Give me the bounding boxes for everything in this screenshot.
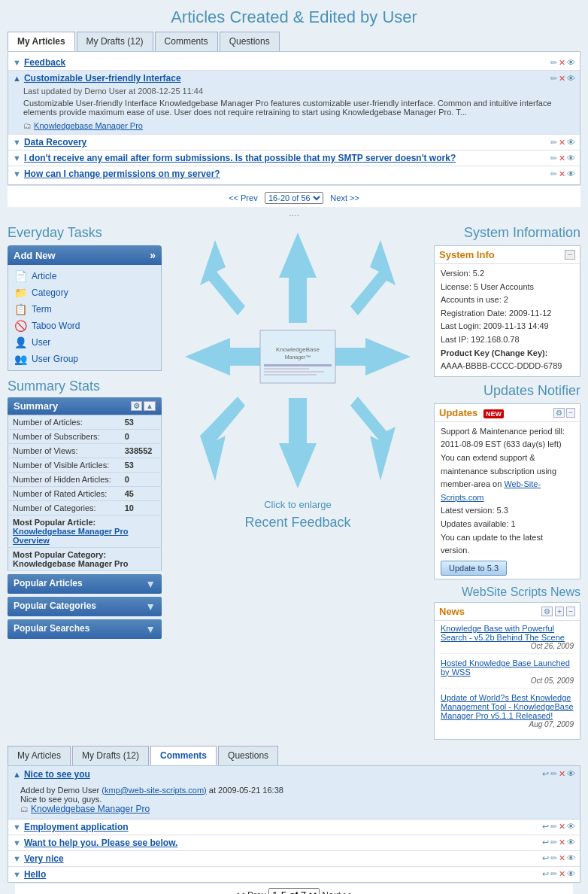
view-icon-2[interactable]: 👁: [567, 74, 575, 84]
delete-icon-4[interactable]: ✕: [559, 154, 565, 163]
expand-icon[interactable]: ▼: [13, 58, 21, 67]
delete-icon-3[interactable]: ✕: [559, 138, 565, 147]
delete-icon-5[interactable]: ✕: [559, 169, 565, 179]
news-settings-icon[interactable]: ⚙: [541, 607, 553, 616]
add-term-item[interactable]: 📋 Term: [8, 301, 161, 318]
tab-my-articles[interactable]: My Articles: [8, 32, 75, 51]
comment-edit-icon-4[interactable]: ✏: [550, 853, 557, 863]
article-link[interactable]: Feedback: [24, 57, 550, 68]
edit-icon-5[interactable]: ✏: [550, 169, 557, 179]
add-category-link[interactable]: Category: [32, 287, 68, 298]
bottom-page-select[interactable]: 1-5 of 7: [268, 888, 320, 894]
comment-delete-icon-1[interactable]: ✕: [559, 769, 565, 779]
comment-email-link-1[interactable]: (kmp@web-site-scripts.com): [102, 786, 207, 795]
bottom-next-link[interactable]: Next >>: [322, 890, 353, 894]
expand-icon-5[interactable]: ▼: [13, 169, 21, 178]
popular-articles-section[interactable]: Popular Articles ▼: [8, 574, 162, 594]
delete-icon[interactable]: ✕: [559, 58, 565, 68]
news-item-title-2[interactable]: Hosted Knowledge Base Launched by WSS: [441, 658, 574, 677]
bottom-tab-questions[interactable]: Questions: [218, 746, 278, 765]
edit-icon-4[interactable]: ✏: [550, 154, 557, 163]
tab-comments[interactable]: Comments: [155, 32, 218, 51]
comment-view-icon-2[interactable]: 👁: [567, 822, 575, 832]
next-link[interactable]: Next >>: [330, 193, 359, 202]
expand-icon-3[interactable]: ▼: [13, 138, 21, 147]
updates-minimize-icon[interactable]: −: [566, 408, 575, 418]
popular-categories-section[interactable]: Popular Categories ▼: [8, 597, 162, 616]
update-button[interactable]: Update to 5.3: [441, 561, 507, 576]
comment-collapse-icon-1[interactable]: ▲: [13, 770, 21, 779]
comment-link-2[interactable]: Employment application: [24, 822, 542, 832]
comment-view-icon-1[interactable]: 👁: [567, 769, 575, 779]
expand-icon-c3[interactable]: ▼: [13, 838, 21, 847]
comment-edit-icon-5[interactable]: ✏: [550, 869, 557, 879]
add-article-item[interactable]: 📄 Article: [8, 268, 161, 284]
news-expand-icon[interactable]: +: [555, 607, 564, 616]
add-usergroup-link[interactable]: User Group: [32, 354, 78, 364]
add-user-link[interactable]: User: [32, 337, 50, 348]
comment-view-icon-4[interactable]: 👁: [567, 853, 575, 863]
add-usergroup-item[interactable]: 👥 User Group: [8, 351, 161, 367]
comment-link-3[interactable]: Want to help you. Please see below.: [24, 838, 542, 848]
article-link-3[interactable]: Data Recovery: [24, 137, 550, 147]
summary-collapse-icon[interactable]: ▲: [144, 401, 156, 411]
prev-link[interactable]: << Prev: [229, 193, 258, 202]
tab-my-drafts[interactable]: My Drafts (12): [77, 32, 153, 51]
expand-icon-c5[interactable]: ▼: [13, 870, 21, 879]
popular-article-link[interactable]: Knowledgebase Manager Pro Overview: [13, 527, 128, 545]
comment-delete-icon-3[interactable]: ✕: [559, 838, 565, 847]
comment-link-1[interactable]: Nice to see you: [24, 769, 542, 780]
add-taboo-item[interactable]: 🚫 Taboo Word: [8, 318, 161, 334]
add-taboo-link[interactable]: Taboo Word: [32, 321, 80, 331]
article-link-expanded[interactable]: Customizable User-friendly Interface: [24, 73, 550, 84]
news-minimize-icon[interactable]: −: [566, 607, 575, 616]
add-term-link[interactable]: Term: [32, 304, 52, 315]
web-site-scripts-link[interactable]: Web-Site-Scripts.com: [441, 479, 541, 502]
delete-icon-2[interactable]: ✕: [559, 74, 565, 84]
comment-delete-icon-5[interactable]: ✕: [559, 869, 565, 879]
add-article-link[interactable]: Article: [32, 271, 56, 281]
edit-icon-3[interactable]: ✏: [550, 138, 557, 147]
comment-reply-icon-1[interactable]: ↩: [542, 769, 549, 779]
comment-reply-icon-5[interactable]: ↩: [542, 869, 549, 879]
article-link-4[interactable]: I don't receive any email after form sub…: [24, 153, 550, 163]
sys-info-minimize-btn[interactable]: −: [565, 250, 575, 260]
updates-settings-icon[interactable]: ⚙: [553, 408, 565, 418]
article-category-link[interactable]: Knowledgebase Manager Pro: [34, 121, 143, 130]
expand-icon-4[interactable]: ▼: [13, 154, 21, 163]
view-icon-4[interactable]: 👁: [567, 154, 575, 163]
comment-view-icon-5[interactable]: 👁: [567, 869, 575, 879]
view-icon-3[interactable]: 👁: [567, 138, 575, 147]
comment-edit-icon-2[interactable]: ✏: [550, 822, 557, 832]
summary-settings-icon[interactable]: ⚙: [131, 401, 142, 411]
comment-reply-icon-4[interactable]: ↩: [542, 853, 549, 863]
click-enlarge[interactable]: Click to enlarge: [264, 499, 332, 510]
popular-searches-section[interactable]: Popular Searches ▼: [8, 619, 162, 639]
comment-view-icon-3[interactable]: 👁: [567, 838, 575, 847]
comment-delete-icon-4[interactable]: ✕: [559, 853, 565, 863]
news-item-title-1[interactable]: Knowledge Base with Powerful Search - v5…: [441, 624, 574, 642]
comment-link-4[interactable]: Very nice: [24, 853, 542, 864]
comment-edit-icon-3[interactable]: ✏: [550, 838, 557, 847]
comment-reply-icon-3[interactable]: ↩: [542, 838, 549, 847]
expand-icon-c4[interactable]: ▼: [13, 854, 21, 863]
add-user-item[interactable]: 👤 User: [8, 334, 161, 351]
news-item-title-3[interactable]: Update of World?s Best Knowledge Managem…: [441, 693, 574, 720]
bottom-tab-my-drafts[interactable]: My Drafts (12): [72, 746, 149, 765]
comment-reply-icon-2[interactable]: ↩: [542, 822, 549, 832]
comment-link-5[interactable]: Hello: [24, 869, 542, 880]
add-category-item[interactable]: 📁 Category: [8, 284, 161, 301]
comment-cat-link-1[interactable]: Knowledgebase Manager Pro: [31, 804, 150, 814]
edit-icon[interactable]: ✏: [550, 58, 557, 68]
expand-icon-c2[interactable]: ▼: [13, 823, 21, 832]
page-select[interactable]: 16-20 of 56: [265, 192, 323, 204]
bottom-tab-my-articles[interactable]: My Articles: [8, 746, 71, 765]
collapse-icon[interactable]: ▲: [13, 74, 21, 83]
view-icon[interactable]: 👁: [567, 58, 575, 68]
view-icon-5[interactable]: 👁: [567, 169, 575, 179]
add-new-collapse-btn[interactable]: »: [150, 249, 156, 261]
comment-edit-icon-1[interactable]: ✏: [550, 769, 557, 779]
article-link-5[interactable]: How can I change permissions on my serve…: [24, 169, 550, 179]
bottom-prev-link[interactable]: << Prev: [235, 890, 266, 894]
comment-delete-icon-2[interactable]: ✕: [559, 822, 565, 832]
